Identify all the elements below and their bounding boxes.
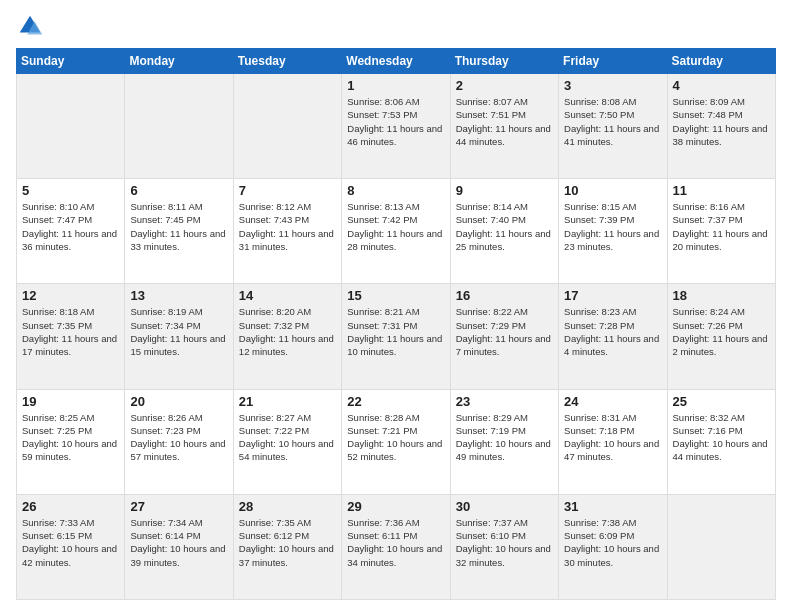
calendar-cell: 12Sunrise: 8:18 AM Sunset: 7:35 PM Dayli… xyxy=(17,284,125,389)
calendar-cell: 4Sunrise: 8:09 AM Sunset: 7:48 PM Daylig… xyxy=(667,74,775,179)
calendar-cell: 10Sunrise: 8:15 AM Sunset: 7:39 PM Dayli… xyxy=(559,179,667,284)
calendar-cell: 5Sunrise: 8:10 AM Sunset: 7:47 PM Daylig… xyxy=(17,179,125,284)
day-info: Sunrise: 8:15 AM Sunset: 7:39 PM Dayligh… xyxy=(564,200,661,253)
calendar-cell: 8Sunrise: 8:13 AM Sunset: 7:42 PM Daylig… xyxy=(342,179,450,284)
day-number: 11 xyxy=(673,183,770,198)
calendar-week-row: 26Sunrise: 7:33 AM Sunset: 6:15 PM Dayli… xyxy=(17,494,776,599)
weekday-header: Tuesday xyxy=(233,49,341,74)
calendar-cell: 7Sunrise: 8:12 AM Sunset: 7:43 PM Daylig… xyxy=(233,179,341,284)
day-info: Sunrise: 8:12 AM Sunset: 7:43 PM Dayligh… xyxy=(239,200,336,253)
day-info: Sunrise: 7:33 AM Sunset: 6:15 PM Dayligh… xyxy=(22,516,119,569)
day-info: Sunrise: 8:11 AM Sunset: 7:45 PM Dayligh… xyxy=(130,200,227,253)
day-number: 9 xyxy=(456,183,553,198)
calendar-cell: 26Sunrise: 7:33 AM Sunset: 6:15 PM Dayli… xyxy=(17,494,125,599)
calendar-week-row: 19Sunrise: 8:25 AM Sunset: 7:25 PM Dayli… xyxy=(17,389,776,494)
day-number: 8 xyxy=(347,183,444,198)
day-info: Sunrise: 8:28 AM Sunset: 7:21 PM Dayligh… xyxy=(347,411,444,464)
day-number: 15 xyxy=(347,288,444,303)
day-info: Sunrise: 8:20 AM Sunset: 7:32 PM Dayligh… xyxy=(239,305,336,358)
day-info: Sunrise: 7:38 AM Sunset: 6:09 PM Dayligh… xyxy=(564,516,661,569)
calendar-cell xyxy=(667,494,775,599)
day-info: Sunrise: 8:16 AM Sunset: 7:37 PM Dayligh… xyxy=(673,200,770,253)
day-number: 28 xyxy=(239,499,336,514)
day-number: 3 xyxy=(564,78,661,93)
calendar-cell xyxy=(17,74,125,179)
calendar-cell: 13Sunrise: 8:19 AM Sunset: 7:34 PM Dayli… xyxy=(125,284,233,389)
calendar-cell: 31Sunrise: 7:38 AM Sunset: 6:09 PM Dayli… xyxy=(559,494,667,599)
calendar-cell: 30Sunrise: 7:37 AM Sunset: 6:10 PM Dayli… xyxy=(450,494,558,599)
calendar-week-row: 12Sunrise: 8:18 AM Sunset: 7:35 PM Dayli… xyxy=(17,284,776,389)
day-number: 13 xyxy=(130,288,227,303)
day-info: Sunrise: 8:08 AM Sunset: 7:50 PM Dayligh… xyxy=(564,95,661,148)
calendar-cell: 11Sunrise: 8:16 AM Sunset: 7:37 PM Dayli… xyxy=(667,179,775,284)
calendar-table: SundayMondayTuesdayWednesdayThursdayFrid… xyxy=(16,48,776,600)
day-info: Sunrise: 8:07 AM Sunset: 7:51 PM Dayligh… xyxy=(456,95,553,148)
day-number: 25 xyxy=(673,394,770,409)
calendar-cell xyxy=(233,74,341,179)
weekday-header: Wednesday xyxy=(342,49,450,74)
day-info: Sunrise: 8:13 AM Sunset: 7:42 PM Dayligh… xyxy=(347,200,444,253)
day-number: 22 xyxy=(347,394,444,409)
day-info: Sunrise: 8:32 AM Sunset: 7:16 PM Dayligh… xyxy=(673,411,770,464)
day-number: 6 xyxy=(130,183,227,198)
day-info: Sunrise: 8:26 AM Sunset: 7:23 PM Dayligh… xyxy=(130,411,227,464)
calendar-cell: 20Sunrise: 8:26 AM Sunset: 7:23 PM Dayli… xyxy=(125,389,233,494)
day-info: Sunrise: 8:06 AM Sunset: 7:53 PM Dayligh… xyxy=(347,95,444,148)
day-number: 16 xyxy=(456,288,553,303)
weekday-header: Friday xyxy=(559,49,667,74)
calendar-cell: 1Sunrise: 8:06 AM Sunset: 7:53 PM Daylig… xyxy=(342,74,450,179)
calendar-cell: 23Sunrise: 8:29 AM Sunset: 7:19 PM Dayli… xyxy=(450,389,558,494)
calendar-cell: 3Sunrise: 8:08 AM Sunset: 7:50 PM Daylig… xyxy=(559,74,667,179)
day-number: 17 xyxy=(564,288,661,303)
weekday-header: Sunday xyxy=(17,49,125,74)
day-number: 18 xyxy=(673,288,770,303)
page: SundayMondayTuesdayWednesdayThursdayFrid… xyxy=(0,0,792,612)
day-number: 20 xyxy=(130,394,227,409)
day-info: Sunrise: 8:25 AM Sunset: 7:25 PM Dayligh… xyxy=(22,411,119,464)
day-number: 14 xyxy=(239,288,336,303)
logo-icon xyxy=(16,12,44,40)
day-number: 29 xyxy=(347,499,444,514)
day-info: Sunrise: 7:35 AM Sunset: 6:12 PM Dayligh… xyxy=(239,516,336,569)
calendar-cell: 9Sunrise: 8:14 AM Sunset: 7:40 PM Daylig… xyxy=(450,179,558,284)
logo xyxy=(16,12,48,40)
day-info: Sunrise: 8:27 AM Sunset: 7:22 PM Dayligh… xyxy=(239,411,336,464)
weekday-header: Monday xyxy=(125,49,233,74)
day-info: Sunrise: 7:34 AM Sunset: 6:14 PM Dayligh… xyxy=(130,516,227,569)
day-number: 7 xyxy=(239,183,336,198)
calendar-cell: 6Sunrise: 8:11 AM Sunset: 7:45 PM Daylig… xyxy=(125,179,233,284)
calendar-cell: 25Sunrise: 8:32 AM Sunset: 7:16 PM Dayli… xyxy=(667,389,775,494)
day-info: Sunrise: 7:37 AM Sunset: 6:10 PM Dayligh… xyxy=(456,516,553,569)
calendar-cell: 19Sunrise: 8:25 AM Sunset: 7:25 PM Dayli… xyxy=(17,389,125,494)
day-number: 2 xyxy=(456,78,553,93)
day-info: Sunrise: 8:31 AM Sunset: 7:18 PM Dayligh… xyxy=(564,411,661,464)
day-info: Sunrise: 8:18 AM Sunset: 7:35 PM Dayligh… xyxy=(22,305,119,358)
day-number: 19 xyxy=(22,394,119,409)
calendar-week-row: 1Sunrise: 8:06 AM Sunset: 7:53 PM Daylig… xyxy=(17,74,776,179)
day-number: 24 xyxy=(564,394,661,409)
calendar-cell: 24Sunrise: 8:31 AM Sunset: 7:18 PM Dayli… xyxy=(559,389,667,494)
day-info: Sunrise: 8:22 AM Sunset: 7:29 PM Dayligh… xyxy=(456,305,553,358)
calendar-cell: 22Sunrise: 8:28 AM Sunset: 7:21 PM Dayli… xyxy=(342,389,450,494)
calendar-cell: 28Sunrise: 7:35 AM Sunset: 6:12 PM Dayli… xyxy=(233,494,341,599)
day-number: 27 xyxy=(130,499,227,514)
day-info: Sunrise: 7:36 AM Sunset: 6:11 PM Dayligh… xyxy=(347,516,444,569)
day-number: 1 xyxy=(347,78,444,93)
day-number: 21 xyxy=(239,394,336,409)
calendar-week-row: 5Sunrise: 8:10 AM Sunset: 7:47 PM Daylig… xyxy=(17,179,776,284)
day-number: 4 xyxy=(673,78,770,93)
day-info: Sunrise: 8:14 AM Sunset: 7:40 PM Dayligh… xyxy=(456,200,553,253)
calendar-cell: 21Sunrise: 8:27 AM Sunset: 7:22 PM Dayli… xyxy=(233,389,341,494)
day-number: 10 xyxy=(564,183,661,198)
header xyxy=(16,12,776,40)
calendar-cell: 29Sunrise: 7:36 AM Sunset: 6:11 PM Dayli… xyxy=(342,494,450,599)
weekday-header-row: SundayMondayTuesdayWednesdayThursdayFrid… xyxy=(17,49,776,74)
day-number: 23 xyxy=(456,394,553,409)
calendar-cell: 27Sunrise: 7:34 AM Sunset: 6:14 PM Dayli… xyxy=(125,494,233,599)
calendar-cell: 15Sunrise: 8:21 AM Sunset: 7:31 PM Dayli… xyxy=(342,284,450,389)
day-info: Sunrise: 8:29 AM Sunset: 7:19 PM Dayligh… xyxy=(456,411,553,464)
calendar-cell: 2Sunrise: 8:07 AM Sunset: 7:51 PM Daylig… xyxy=(450,74,558,179)
weekday-header: Thursday xyxy=(450,49,558,74)
day-info: Sunrise: 8:19 AM Sunset: 7:34 PM Dayligh… xyxy=(130,305,227,358)
calendar-cell: 14Sunrise: 8:20 AM Sunset: 7:32 PM Dayli… xyxy=(233,284,341,389)
